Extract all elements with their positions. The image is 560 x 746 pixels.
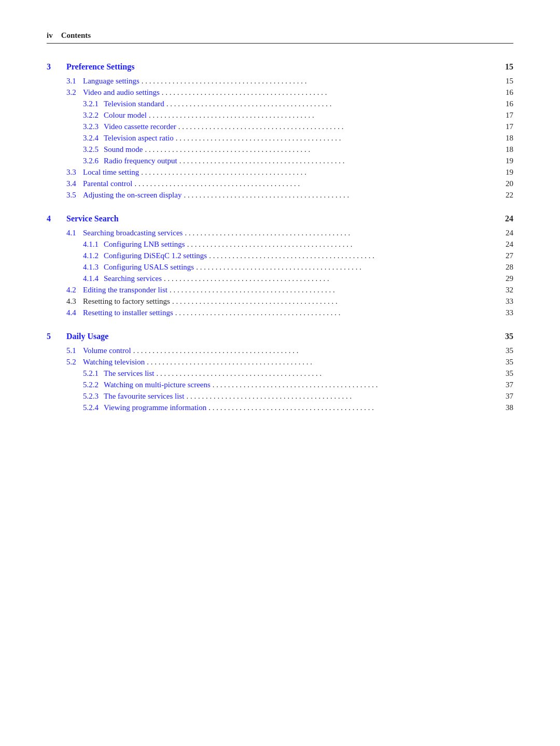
entry-num: 5.2.1 <box>47 369 104 378</box>
entry-dots: . . . . . . . . . . . . . . . . . . . . … <box>176 122 495 131</box>
page-roman: iv <box>47 31 53 40</box>
chapter-num: 4 <box>47 214 66 223</box>
toc-container: 3Preference Settings153.1Language settin… <box>47 62 513 412</box>
entry-dots: . . . . . . . . . . . . . . . . . . . . … <box>143 145 495 154</box>
toc-entry: 4.1.4Searching services . . . . . . . . … <box>47 274 513 283</box>
toc-entry: 5.2.1The services list . . . . . . . . .… <box>47 369 513 378</box>
entry-title: Parental control <box>83 179 132 188</box>
chapter-page: 15 <box>495 62 513 72</box>
entry-title: Television aspect ratio <box>104 134 174 143</box>
entry-page: 32 <box>495 286 513 294</box>
toc-entry: 4.1.2Configuring DiSEqC 1.2 settings . .… <box>47 251 513 260</box>
toc-entry: 3.5Adjusting the on-screen display . . .… <box>47 191 513 200</box>
toc-entry: 3.2.3Video cassette recorder . . . . . .… <box>47 122 513 131</box>
toc-entry: 5.2.3The favourite services list . . . .… <box>47 392 513 401</box>
entry-title: Colour model <box>104 111 147 120</box>
chapter-num: 3 <box>47 62 66 72</box>
entry-title: Resetting to factory settings <box>83 297 170 306</box>
entry-title: Searching broadcasting services <box>83 229 183 237</box>
entry-title: Resetting to installer settings <box>83 308 173 317</box>
entry-dots: . . . . . . . . . . . . . . . . . . . . … <box>184 392 495 401</box>
entry-title: Language settings <box>83 77 139 86</box>
entry-title: Local time setting <box>83 168 139 177</box>
entry-title: Radio frequency output <box>104 157 177 165</box>
entry-page: 33 <box>495 297 513 306</box>
entry-num: 5.2.4 <box>47 403 104 412</box>
toc-entry: 3.1Language settings . . . . . . . . . .… <box>47 77 513 86</box>
entry-num: 3.2.5 <box>47 145 104 154</box>
entry-page: 16 <box>495 88 513 97</box>
entry-dots: . . . . . . . . . . . . . . . . . . . . … <box>194 263 495 272</box>
toc-entry: 4.4Resetting to installer settings . . .… <box>47 308 513 317</box>
toc-entry: 3.3Local time setting . . . . . . . . . … <box>47 168 513 177</box>
entry-num: 3.5 <box>47 191 83 200</box>
entry-title: Volume control <box>83 346 131 355</box>
entry-num: 5.2.2 <box>47 381 104 389</box>
entry-num: 4.1 <box>47 229 83 237</box>
toc-entry: 3.2.2Colour model . . . . . . . . . . . … <box>47 111 513 120</box>
chapter-row: 5Daily Usage35 <box>47 332 513 341</box>
entry-page: 35 <box>495 346 513 355</box>
entry-num: 3.1 <box>47 77 83 86</box>
entry-dots: . . . . . . . . . . . . . . . . . . . . … <box>160 88 495 97</box>
entry-page: 24 <box>495 229 513 237</box>
chapter-page: 35 <box>495 332 513 341</box>
entry-num: 3.2.2 <box>47 111 104 120</box>
entry-num: 3.2 <box>47 88 83 97</box>
entry-num: 4.1.3 <box>47 263 104 272</box>
entry-page: 27 <box>495 251 513 260</box>
chapter-section: 5Daily Usage355.1Volume control . . . . … <box>47 332 513 412</box>
entry-dots: . . . . . . . . . . . . . . . . . . . . … <box>164 100 495 108</box>
entry-num: 3.2.3 <box>47 122 104 131</box>
entry-page: 18 <box>495 145 513 154</box>
entry-page: 38 <box>495 403 513 412</box>
entry-num: 5.1 <box>47 346 83 355</box>
entry-title: Adjusting the on-screen display <box>83 191 181 200</box>
entry-dots: . . . . . . . . . . . . . . . . . . . . … <box>170 297 495 306</box>
toc-entry: 4.3Resetting to factory settings . . . .… <box>47 297 513 306</box>
toc-entry: 3.2.4Television aspect ratio . . . . . .… <box>47 134 513 143</box>
chapter-section: 4Service Search244.1Searching broadcasti… <box>47 214 513 317</box>
entry-dots: . . . . . . . . . . . . . . . . . . . . … <box>139 168 495 177</box>
toc-entry: 3.4Parental control . . . . . . . . . . … <box>47 179 513 188</box>
entry-dots: . . . . . . . . . . . . . . . . . . . . … <box>181 191 495 200</box>
entry-dots: . . . . . . . . . . . . . . . . . . . . … <box>206 403 495 412</box>
page-header: iv Contents <box>47 31 513 44</box>
entry-num: 3.3 <box>47 168 83 177</box>
entry-title: Video and audio settings <box>83 88 160 97</box>
entry-page: 15 <box>495 77 513 86</box>
entry-page: 33 <box>495 308 513 317</box>
entry-dots: . . . . . . . . . . . . . . . . . . . . … <box>185 240 495 249</box>
toc-entry: 3.2Video and audio settings . . . . . . … <box>47 88 513 97</box>
entry-page: 28 <box>495 263 513 272</box>
chapter-page: 24 <box>495 214 513 223</box>
toc-entry: 5.2Watching television . . . . . . . . .… <box>47 358 513 367</box>
entry-page: 19 <box>495 157 513 165</box>
toc-entry: 4.2Editing the transponder list . . . . … <box>47 286 513 294</box>
entry-num: 4.1.4 <box>47 274 104 283</box>
entry-title: The services list <box>104 369 154 378</box>
entry-num: 4.4 <box>47 308 83 317</box>
entry-num: 5.2.3 <box>47 392 104 401</box>
toc-entry: 4.1.1Configuring LNB settings . . . . . … <box>47 240 513 249</box>
entry-dots: . . . . . . . . . . . . . . . . . . . . … <box>211 381 495 389</box>
entry-page: 18 <box>495 134 513 143</box>
entry-num: 3.2.6 <box>47 157 104 165</box>
chapter-section: 3Preference Settings153.1Language settin… <box>47 62 513 200</box>
entry-page: 37 <box>495 392 513 401</box>
toc-entry: 3.2.1Television standard . . . . . . . .… <box>47 100 513 108</box>
entry-num: 5.2 <box>47 358 83 367</box>
chapter-title: Service Search <box>66 214 495 223</box>
entry-dots: . . . . . . . . . . . . . . . . . . . . … <box>132 179 495 188</box>
toc-entry: 4.1.3Configuring USALS settings . . . . … <box>47 263 513 272</box>
entry-num: 3.2.4 <box>47 134 104 143</box>
entry-title: Watching television <box>83 358 145 367</box>
entry-title: Video cassette recorder <box>104 122 176 131</box>
chapter-num: 5 <box>47 332 66 341</box>
entry-page: 19 <box>495 168 513 177</box>
entry-page: 29 <box>495 274 513 283</box>
entry-title: Viewing programme information <box>104 403 206 412</box>
entry-dots: . . . . . . . . . . . . . . . . . . . . … <box>173 308 495 317</box>
entry-title: Editing the transponder list <box>83 286 167 294</box>
toc-entry: 3.2.5Sound mode . . . . . . . . . . . . … <box>47 145 513 154</box>
